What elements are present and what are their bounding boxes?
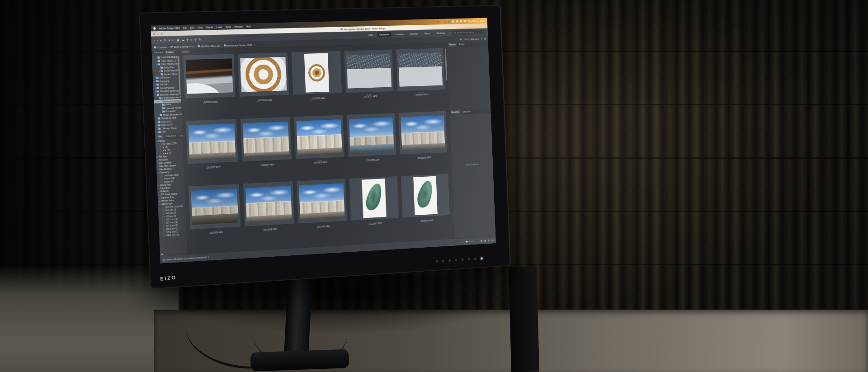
thumbnail-cell[interactable]: _DSC8050.ARW <box>291 51 343 115</box>
workspace-tab[interactable]: Workflow <box>435 31 447 35</box>
thumbnail-cell[interactable]: _DSC8053.ARW <box>185 119 240 184</box>
thumbnail-filename: _DSC8054.ARW <box>260 164 274 166</box>
sort-label[interactable]: Sort by Filename <box>464 38 479 40</box>
minimize-button[interactable] <box>157 33 159 35</box>
workspace-tab[interactable]: Essentials <box>378 33 391 37</box>
breadcrumb-item[interactable]: Merseyside October 2022 <box>224 43 255 47</box>
toolbar-icon[interactable]: ☁ <box>182 38 185 41</box>
workspace-tab[interactable]: Output <box>422 31 432 35</box>
thumbnail-cell[interactable]: ● ● ● _DSC8052.ARW <box>396 48 446 111</box>
menu-item[interactable]: Help <box>246 25 251 28</box>
panel-tab[interactable]: Preview <box>448 42 458 47</box>
thumbnail-image <box>188 123 236 159</box>
view-list-icon[interactable]: ▥ <box>491 239 493 241</box>
toolbar-icon[interactable]: ▾ <box>160 39 161 42</box>
zoom-button[interactable] <box>160 33 163 35</box>
folder-tree: Dad's 80th Birthday ▸ Nikon Nikkor Z 17-… <box>152 55 183 135</box>
menubar-app-icon[interactable] <box>444 21 446 23</box>
toolbar-icon[interactable]: ‹ <box>154 39 155 42</box>
menubar-app-icon[interactable] <box>441 21 443 23</box>
slider-knob[interactable] <box>466 240 468 242</box>
folder-icon <box>156 77 159 79</box>
breadcrumb-item[interactable]: SheClicks Meet-ups <box>198 44 223 47</box>
thumbnail-cell[interactable]: _DSC8049.ARW <box>237 52 291 117</box>
metadata-panel: No files selected <box>449 113 496 239</box>
menubar-clock[interactable]: Thu 18 Jan 13:51 <box>468 19 485 23</box>
thumbnail-image <box>401 115 445 150</box>
menubar-status-icon[interactable] <box>460 20 462 22</box>
panel-tab[interactable]: Metadata <box>450 110 461 114</box>
thumbnail-cell[interactable]: ● ● ● _DSC8058.ARW <box>293 115 346 179</box>
panel-tab[interactable]: Folders <box>165 50 175 55</box>
thumbnail-cell[interactable]: _DSC8063.ARW <box>188 184 242 250</box>
thumbnail-filename: _DSC8062.ARW <box>417 156 431 159</box>
thumbnail-larger-icon[interactable]: + <box>478 240 479 242</box>
view-details-icon[interactable]: ▤ <box>488 239 490 241</box>
menu-item[interactable]: Label <box>217 25 222 28</box>
sort-ascending-icon[interactable]: ▴ <box>481 38 482 40</box>
menu-item[interactable]: Window <box>234 25 243 28</box>
thumbnail-cell[interactable]: _DSC8067.ARW <box>349 176 400 240</box>
thumbnail-frame <box>186 119 238 164</box>
thumbnail-smaller-icon[interactable]: − <box>459 241 460 243</box>
toolbar-icon[interactable]: ↩ <box>172 38 175 42</box>
panel-tab[interactable]: Keywords <box>461 109 472 114</box>
folder-item[interactable]: ▸ Urth <box>155 129 183 134</box>
close-button[interactable] <box>153 33 156 35</box>
workspace-switcher: Ange Essentials Libraries Filmstrip Outp… <box>367 31 451 37</box>
filter-by-rating-icon[interactable]: ★▾ <box>459 38 462 40</box>
menu-item[interactable]: File <box>183 26 187 29</box>
panel-tab[interactable]: Favorites <box>152 50 164 55</box>
toolbar-icon[interactable]: ↻ <box>164 38 166 42</box>
menubar-status-icon[interactable] <box>456 20 458 22</box>
thumbnail-cell[interactable]: _DSC8062.ARW <box>398 111 448 174</box>
breadcrumb-item[interactable]: 2022 G-DRIVE PRO <box>170 45 197 48</box>
view-thumbnails-icon[interactable]: ▦ <box>484 240 486 242</box>
thumbnail-cell[interactable]: ● ● ● _DSC8051.ARW <box>344 50 395 113</box>
search-box[interactable] <box>453 30 486 35</box>
thumbnail-cell[interactable]: _DSC8048.ARW <box>183 54 237 119</box>
search-input[interactable] <box>457 31 481 34</box>
menu-item[interactable]: Tools <box>226 25 231 28</box>
thumbnail-cell[interactable]: _DSC8069.ARW <box>401 174 451 237</box>
monitor-stand-base <box>250 349 349 372</box>
monitor-buttons <box>436 257 483 262</box>
toolbar-icon[interactable]: ↺ <box>194 38 197 41</box>
toolbar-icon[interactable]: ▾ <box>169 38 170 42</box>
thumbnail-cell[interactable]: _DSC8054.ARW <box>240 117 293 182</box>
toolbar-icon[interactable]: › <box>157 39 158 42</box>
thumbnail-cell[interactable]: _DSC8066.ARW <box>296 179 349 244</box>
folder-icon <box>159 97 162 99</box>
panel-tab[interactable]: Collections <box>164 134 178 139</box>
thumbnail-cell[interactable]: _DSC8059.ARW <box>346 113 398 177</box>
lock-grid-icon[interactable]: ▣ <box>481 240 482 242</box>
menu-item[interactable]: Adobe Bridge 2023 <box>159 26 179 29</box>
toolbar-icon[interactable]: ▾ <box>187 38 188 41</box>
filter-lock-icon[interactable] <box>161 254 163 255</box>
main-area: Favorites Folders Dad's 80th Birthday <box>151 42 495 256</box>
menubar-status-icon[interactable] <box>452 20 454 22</box>
menu-item[interactable]: Edit <box>190 26 194 29</box>
menubar-status-area: Thu 18 Jan 13:51 <box>437 19 485 23</box>
menubar-app-icon[interactable] <box>448 20 450 22</box>
menu-item[interactable]: Stacks <box>206 26 213 28</box>
panel-tab[interactable]: Filter <box>156 134 164 139</box>
menu-item[interactable]: View <box>198 26 203 28</box>
breadcrumb-item[interactable]: Computer <box>154 46 170 48</box>
thumbnail-size-slider[interactable] <box>462 241 476 242</box>
toolbar-icon[interactable]: ↻ <box>199 38 202 41</box>
menubar-app-icon[interactable] <box>437 21 439 23</box>
workspace-tab[interactable]: Libraries <box>394 32 406 36</box>
thumbnail-cell[interactable]: _DSC8064.ARW <box>242 181 296 247</box>
apple-icon[interactable] <box>153 27 156 30</box>
panel-tab[interactable]: Publish <box>458 42 467 47</box>
chevron-down-icon[interactable]: ▾ <box>449 32 450 34</box>
folder-icon <box>156 87 159 89</box>
menubar-status-icon[interactable] <box>464 20 466 22</box>
toolbar-icon[interactable]: ▣ <box>177 38 179 42</box>
workspace-tab[interactable]: Filmstrip <box>408 32 420 36</box>
thumbnail-frame <box>183 54 236 98</box>
toolbar-icon[interactable]: ○ <box>190 38 192 41</box>
workspace-tab[interactable]: Ange <box>367 33 375 37</box>
grid-view-icon[interactable]: ▦ <box>484 38 486 40</box>
